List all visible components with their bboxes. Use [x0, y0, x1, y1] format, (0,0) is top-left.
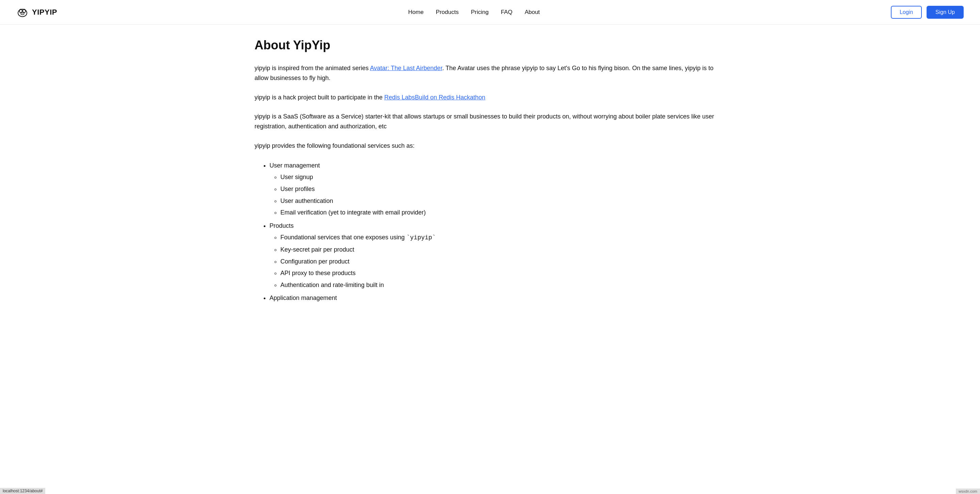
logo-icon [16, 6, 29, 18]
paragraph-2: yipyip is a hack project built to partic… [255, 92, 725, 102]
list-item-products: Products Foundational services that one … [269, 221, 725, 290]
list-item-email-verification: Email verification (yet to integrate wit… [280, 207, 725, 218]
logo-text: YIPYIP [32, 8, 57, 17]
paragraph-1-prefix: yipyip is inspired from the animated ser… [255, 65, 370, 72]
nav-faq[interactable]: FAQ [501, 9, 512, 16]
logo-link[interactable]: YIPYIP [16, 6, 57, 18]
list-item-application-management: Application management [269, 293, 725, 303]
site-header: YIPYIP Home Products Pricing FAQ About L… [0, 0, 980, 24]
list-item-user-authentication: User authentication [280, 196, 725, 206]
avatar-link[interactable]: Avatar: The Last Airbender [370, 65, 442, 72]
list-item-user-signup: User signup [280, 172, 725, 182]
login-button[interactable]: Login [891, 6, 922, 19]
user-management-sublist: User signup User profiles User authentic… [269, 172, 725, 218]
nav-home[interactable]: Home [408, 9, 423, 16]
svg-point-3 [21, 12, 24, 14]
svg-point-5 [23, 13, 24, 14]
paragraph-2-prefix: yipyip is a hack project built to partic… [255, 94, 384, 101]
paragraph-1: yipyip is inspired from the animated ser… [255, 63, 725, 83]
features-list: User management User signup User profile… [255, 160, 725, 303]
header-buttons: Login Sign Up [891, 6, 964, 19]
paragraph-4: yipyip provides the following foundation… [255, 141, 725, 151]
page-title: About YipYip [255, 38, 725, 53]
list-item-key-secret: Key-secret pair per product [280, 244, 725, 255]
nav-pricing[interactable]: Pricing [471, 9, 488, 16]
list-item-config: Configuration per product [280, 257, 725, 267]
list-item-user-management: User management User signup User profile… [269, 160, 725, 218]
list-item-foundational: Foundational services that one exposes u… [280, 232, 725, 243]
list-item-auth-rate-limit: Authentication and rate-limiting built i… [280, 280, 725, 290]
main-nav: Home Products Pricing FAQ About [408, 9, 540, 16]
list-item-api-proxy: API proxy to these products [280, 268, 725, 279]
nav-about[interactable]: About [525, 9, 540, 16]
svg-point-4 [22, 13, 22, 14]
signup-button[interactable]: Sign Up [927, 6, 964, 19]
redis-link[interactable]: Redis LabsBuild on Redis Hackathon [384, 94, 485, 101]
products-sublist: Foundational services that one exposes u… [269, 232, 725, 290]
nav-products[interactable]: Products [436, 9, 459, 16]
main-content: About YipYip yipyip is inspired from the… [238, 24, 742, 327]
list-item-user-profiles: User profiles [280, 184, 725, 194]
paragraph-3: yipyip is a SaaS (Software as a Service)… [255, 112, 725, 131]
